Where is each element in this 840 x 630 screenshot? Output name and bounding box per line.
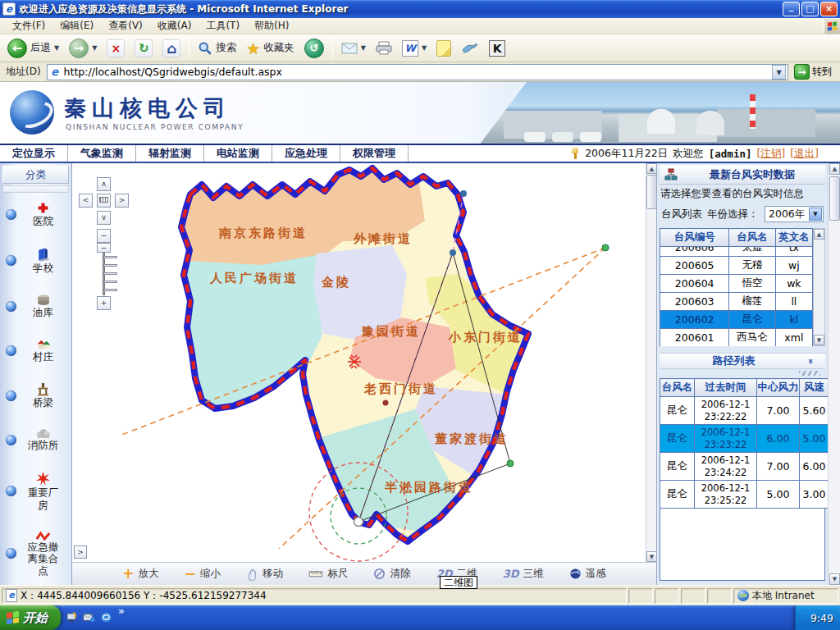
sidebar-item-消防所[interactable]: 消防所 — [2, 428, 70, 451]
minimize-button[interactable] — [783, 2, 800, 16]
typhoon-row[interactable]: 200605无稽wj — [660, 257, 813, 275]
scroll-down-icon[interactable]: ▼ — [829, 573, 840, 585]
zoom-slider-tick[interactable] — [103, 256, 117, 258]
menu-item[interactable]: 帮助(H) — [247, 17, 296, 34]
scroll-thumb[interactable] — [829, 176, 840, 221]
pan-down-button[interactable]: ∨ — [97, 211, 111, 225]
nav-tab-电站监测[interactable]: 电站监测 — [204, 145, 272, 162]
map-tool-清除[interactable]: 清除 — [373, 567, 410, 581]
taskbar-clock[interactable]: 9:49 — [810, 612, 833, 624]
sidebar-item-医院[interactable]: 医院 — [2, 201, 70, 227]
zoom-out-step-button[interactable]: − — [97, 229, 111, 243]
scroll-down-icon[interactable]: ▼ — [646, 551, 656, 562]
resize-grip[interactable] — [660, 370, 825, 377]
history-button[interactable]: ↺ — [300, 37, 328, 60]
typhoon-row[interactable]: 200603榴莲ll — [660, 293, 813, 311]
plugin-button[interactable]: K — [485, 39, 509, 58]
nav-tab-应急处理[interactable]: 应急处理 — [272, 145, 340, 162]
year-select[interactable]: 2006年 ▼ — [765, 206, 824, 222]
map-tool-标尺[interactable]: 标尺 — [308, 567, 348, 581]
layer-toggle-icon[interactable] — [6, 435, 16, 445]
path-row[interactable]: 昆仑2006-12-123:22:227.005.60 — [660, 397, 829, 425]
scroll-up-icon[interactable]: ▲ — [646, 163, 656, 174]
menu-item[interactable]: 收藏(A) — [150, 17, 199, 34]
stop-button[interactable]: × — [103, 38, 129, 59]
menu-item[interactable]: 文件(F) — [5, 17, 52, 34]
year-dropdown-icon[interactable]: ▼ — [809, 208, 822, 221]
collapse-chevron-icon[interactable]: » — [806, 358, 816, 363]
home-button[interactable]: ⌂ — [158, 38, 185, 59]
back-button[interactable]: ← 后退 ▼ — [3, 37, 63, 60]
sidebar-item-桥梁[interactable]: 桥梁 — [2, 382, 70, 409]
logout-link[interactable]: [注销] — [756, 147, 785, 161]
expand-panel-button[interactable]: > — [74, 546, 87, 559]
typhoon-row[interactable]: 200601西马仑xml — [660, 329, 813, 347]
zoom-slider-tick[interactable] — [103, 281, 117, 283]
show-desktop-icon[interactable] — [66, 611, 79, 624]
go-button[interactable]: → 转到 — [792, 63, 837, 80]
zoom-slider-tick[interactable] — [103, 264, 117, 267]
map-tool-移动[interactable]: 移动 — [246, 567, 283, 581]
map-tool-三维[interactable]: 3D三维 — [503, 567, 544, 581]
map-tool-遥感[interactable]: 遥感 — [569, 567, 606, 581]
print-button[interactable] — [372, 39, 396, 57]
scroll-thumb[interactable] — [646, 175, 656, 209]
menu-item[interactable]: 编辑(E) — [52, 17, 101, 34]
pan-right-button[interactable]: > — [115, 194, 129, 208]
nav-tab-气象监测[interactable]: 气象监测 — [68, 145, 136, 162]
path-list-header[interactable]: 路径列表 » — [660, 353, 825, 369]
notes-button[interactable] — [432, 39, 455, 58]
address-dropdown-icon[interactable]: ▼ — [772, 65, 786, 80]
back-dropdown-icon[interactable]: ▼ — [54, 44, 59, 52]
map-tool-缩小[interactable]: −缩小 — [185, 567, 221, 581]
district-map[interactable] — [72, 163, 646, 562]
slider-plus-button[interactable]: + — [97, 296, 111, 310]
nav-tab-辐射监测[interactable]: 辐射监测 — [136, 145, 204, 162]
pan-left-button[interactable]: < — [79, 194, 93, 208]
panel-scrollbar[interactable]: ▲ ▼ — [828, 163, 840, 585]
layer-toggle-icon[interactable] — [6, 486, 16, 496]
sidebar-item-学校[interactable]: 学校 — [2, 247, 70, 274]
mail-dropdown-icon[interactable]: ▼ — [361, 44, 366, 52]
quicklaunch-overflow-icon[interactable]: » — [118, 605, 125, 630]
sidebar-item-重要厂房[interactable]: 重要厂房 — [2, 471, 70, 511]
typhoon-row[interactable]: 200602昆仑kl — [660, 311, 813, 329]
close-button[interactable] — [820, 2, 838, 16]
menu-item[interactable]: 工具(T) — [199, 17, 247, 34]
zoom-slider-tick[interactable] — [103, 272, 117, 275]
nav-tab-定位显示[interactable]: 定位显示 — [0, 145, 68, 162]
map-canvas[interactable]: 南京东路街道外滩街道人民广场街道金陵豫园街道小东门街道老西门街道董家渡街道半淞园… — [72, 163, 656, 585]
layer-toggle-icon[interactable] — [6, 255, 16, 266]
layer-toggle-icon[interactable] — [6, 390, 16, 401]
sidebar-item-村庄[interactable]: 村庄 — [2, 338, 70, 363]
full-extent-button[interactable] — [97, 194, 111, 208]
forward-dropdown-icon[interactable]: ▼ — [92, 44, 97, 52]
exit-link[interactable]: [退出] — [790, 147, 819, 161]
map-scrollbar[interactable]: ▲ ▼ — [646, 163, 656, 562]
edit-with-word-button[interactable]: W ▼ — [398, 39, 431, 58]
list-scrollbar[interactable]: ▲ ▼ — [813, 228, 825, 346]
nav-tab-权限管理[interactable]: 权限管理 — [340, 145, 409, 162]
layer-toggle-icon[interactable] — [6, 345, 16, 356]
scroll-down-icon[interactable]: ▼ — [814, 335, 824, 345]
path-row[interactable]: 昆仑2006-12-123:25:225.003.00 — [660, 481, 829, 509]
internet-explorer-icon[interactable] — [100, 611, 113, 624]
sidebar-item-油库[interactable]: 油库 — [2, 294, 70, 318]
favorites-button[interactable]: ★ 收藏夹 — [242, 38, 299, 59]
layer-toggle-icon[interactable] — [6, 548, 16, 559]
start-button[interactable]: 开始 — [0, 605, 61, 630]
scroll-up-icon[interactable]: ▲ — [814, 229, 824, 240]
path-row[interactable]: 昆仑2006-12-123:24:227.006.00 — [660, 453, 829, 481]
layer-toggle-icon[interactable] — [6, 301, 16, 312]
slider-top-button[interactable]: − — [97, 243, 111, 253]
menu-item[interactable]: 查看(V) — [101, 17, 150, 34]
path-row[interactable]: 昆仑2006-12-123:23:226.005.00 — [660, 425, 829, 453]
scroll-up-icon[interactable]: ▲ — [829, 163, 840, 175]
typhoon-row[interactable]: 200604悟空wk — [660, 275, 813, 293]
pan-up-button[interactable]: ∧ — [97, 177, 111, 191]
mail-button[interactable]: ▼ — [337, 40, 370, 56]
layer-toggle-icon[interactable] — [6, 209, 16, 220]
forward-button[interactable]: → ▼ — [65, 37, 101, 60]
sidebar-item-应急撤离集合点[interactable]: 应急撤离集合点 — [2, 531, 70, 577]
address-input[interactable]: e http://localhost/QSgridwebgis/default.… — [47, 64, 788, 80]
